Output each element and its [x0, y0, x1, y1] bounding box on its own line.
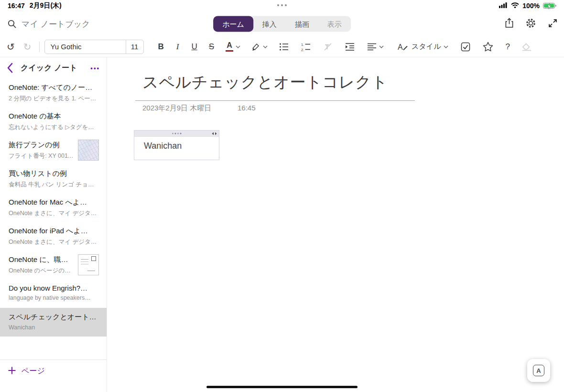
styles-button[interactable]: スタイル [412, 42, 441, 51]
page-list-item[interactable]: OneNote: すべてのノー… 2 分間の ビデオを見る 1. ペー… [0, 78, 107, 107]
page-item-title: Do you know Engrish?… [9, 284, 100, 292]
page-list: OneNote: すべてのノー… 2 分間の ビデオを見る 1. ペー… One… [0, 78, 107, 337]
page-item-title: 買い物リストの例 [9, 169, 100, 178]
title-divider [135, 100, 415, 101]
page-item-subtitle: 2 分間の ビデオを見る 1. ペー… [9, 95, 100, 103]
bold-button[interactable]: B [158, 42, 164, 52]
page-date: 2023年2月9日 木曜日 [142, 104, 211, 113]
document-thumbnail [78, 254, 99, 275]
battery-icon [543, 3, 556, 9]
svg-text:A: A [398, 43, 403, 51]
wifi-icon [511, 2, 519, 10]
outline-drag-handle[interactable] [134, 131, 219, 137]
page-item-subtitle: OneNote まさに、マイ デジタ… [9, 209, 100, 218]
alignment-button[interactable] [367, 43, 377, 51]
page-item-subtitle: Wanichan [9, 324, 100, 331]
page-item-title: OneNote for iPad へよ… [9, 227, 100, 236]
keyboard-language-label: A [533, 365, 544, 376]
page-item-title: OneNote: すべてのノー… [9, 83, 100, 92]
onenote-app: 16:47 2月9日(木) 100% マイ ノートブック [0, 0, 564, 392]
clock-time: 16:47 [8, 2, 25, 10]
note-canvas[interactable]: スペルチェックとオートコレクト 2023年2月9日 木曜日 16:45 Wani… [107, 57, 564, 392]
page-title[interactable]: スペルチェックとオートコレクト [142, 72, 388, 93]
todo-tag-button[interactable] [461, 42, 470, 52]
add-page-label: ページ [22, 366, 45, 375]
keyboard-language-button[interactable]: A [527, 359, 550, 382]
alignment-chevron-icon[interactable] [379, 45, 384, 48]
page-list-item[interactable]: OneNote に、職… OneNote のページの… [0, 250, 107, 279]
redo-button[interactable]: ↻ [23, 42, 32, 52]
back-button[interactable] [7, 63, 13, 73]
indent-button[interactable] [345, 43, 355, 51]
styles-chevron-icon[interactable] [444, 45, 448, 48]
drag-dots-icon [172, 133, 181, 134]
multitask-handle[interactable] [277, 4, 287, 6]
notebook-name: マイ ノートブック [22, 19, 90, 30]
question-tag-button[interactable]: ? [506, 42, 510, 52]
page-item-title: OneNote の基本 [9, 112, 100, 121]
search-button[interactable] [7, 19, 17, 29]
page-item-subtitle: 忘れないようにする ▷タグをノ… [9, 123, 100, 131]
italic-button[interactable]: I [176, 42, 179, 52]
eraser-button[interactable] [521, 43, 532, 51]
page-list-item[interactable]: OneNote の基本 忘れないようにする ▷タグをノ… [0, 107, 107, 136]
plus-icon [8, 366, 16, 377]
resize-arrows-icon[interactable] [212, 132, 217, 135]
svg-text:1.: 1. [301, 43, 304, 47]
settings-gear-button[interactable] [525, 18, 536, 31]
page-item-title: OneNote for Mac へよ… [9, 198, 100, 207]
add-page-button[interactable]: ページ [0, 359, 107, 392]
styles-icon[interactable]: A [397, 42, 408, 52]
tab-home[interactable]: ホーム [213, 16, 253, 32]
page-list-sidebar: クイック ノート ••• OneNote: すべてのノー… 2 分間の ビデオを… [0, 57, 107, 392]
page-item-title: スペルチェックとオート… [9, 313, 100, 322]
section-more-button[interactable]: ••• [90, 65, 100, 72]
numbered-list-button[interactable]: 1.2. [301, 43, 311, 51]
home-indicator[interactable] [206, 386, 358, 388]
highlighter-button[interactable] [251, 42, 260, 52]
cellular-signal-icon [499, 2, 508, 10]
page-item-subtitle: 食料品 牛乳 パン リンゴ チョ… [9, 181, 100, 189]
clear-formatting-button[interactable]: T [323, 43, 333, 51]
ribbon-tab-group: ホーム 挿入 描画 表示 [213, 16, 351, 32]
page-list-item[interactable]: Do you know Engrish?… language by native… [0, 279, 107, 308]
font-controls: Yu Gothic 11 [44, 40, 144, 54]
fullscreen-button[interactable] [548, 18, 558, 30]
tab-view[interactable]: 表示 [318, 16, 351, 32]
page-list-item[interactable]: OneNote for Mac へよ… OneNote まさに、マイ デジタ… [0, 193, 107, 222]
page-item-subtitle: language by native speakers… [9, 294, 100, 301]
strikethrough-button[interactable]: S [209, 42, 214, 52]
share-button[interactable] [505, 17, 514, 31]
important-star-button[interactable] [483, 42, 493, 52]
tab-draw[interactable]: 描画 [286, 16, 318, 32]
page-list-item[interactable]: 旅行プランの例 フライト番号: XY 0011… [0, 136, 107, 164]
toolbar-divider [39, 42, 40, 52]
font-name-select[interactable]: Yu Gothic [45, 40, 126, 54]
section-title: クイック ノート [21, 63, 77, 73]
status-bar: 16:47 2月9日(木) 100% [0, 0, 564, 11]
font-color-chevron-icon[interactable] [236, 45, 240, 48]
format-toolbar: ↺ ↻ Yu Gothic 11 B I U S A 1.2. T [0, 36, 564, 57]
undo-button[interactable]: ↺ [7, 42, 15, 52]
note-outline-block[interactable]: Wanichan [134, 130, 219, 160]
page-item-subtitle: OneNote まさに、マイ デジタ… [9, 238, 100, 246]
page-list-item-selected[interactable]: スペルチェックとオート… Wanichan [0, 308, 107, 337]
clock-date: 2月9日(木) [30, 1, 62, 10]
page-time: 16:45 [238, 104, 256, 112]
svg-text:2.: 2. [301, 47, 304, 51]
page-list-item[interactable]: OneNote for iPad へよ… OneNote まさに、マイ デジタ… [0, 222, 107, 250]
underline-button[interactable]: U [191, 42, 197, 52]
page-list-item[interactable]: 買い物リストの例 食料品 牛乳 パン リンゴ チョ… [0, 164, 107, 193]
outline-text[interactable]: Wanichan [134, 137, 219, 151]
battery-percent: 100% [522, 2, 540, 10]
bullet-list-button[interactable] [279, 43, 289, 51]
font-size-select[interactable]: 11 [126, 40, 143, 54]
font-color-button[interactable]: A [226, 42, 233, 52]
tab-insert[interactable]: 挿入 [253, 16, 286, 32]
map-thumbnail [78, 140, 99, 161]
highlighter-chevron-icon[interactable] [263, 45, 268, 48]
top-bar: マイ ノートブック ホーム 挿入 描画 表示 [0, 11, 564, 36]
